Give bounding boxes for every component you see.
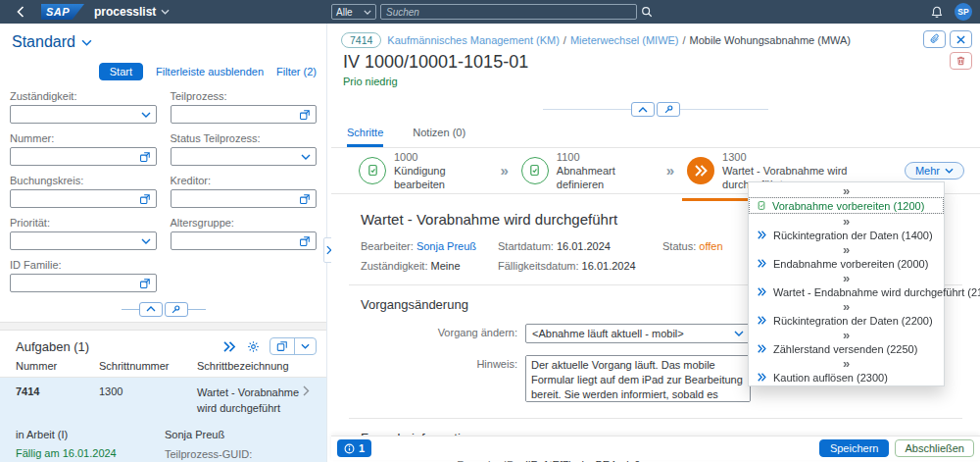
kreditor-input[interactable]	[171, 189, 318, 208]
id-familie-input[interactable]	[10, 274, 157, 292]
priority-text: Prio niedrig	[343, 76, 398, 87]
notifications-bell-icon[interactable]	[931, 6, 943, 19]
prioritaet-select[interactable]	[10, 231, 157, 250]
search-input[interactable]	[380, 4, 637, 20]
tab-notizen[interactable]: Notizen (0)	[413, 127, 466, 147]
menu-item-rueckintegration-1400[interactable]: Rückintegration der Daten (1400)	[749, 228, 944, 242]
nummer-input[interactable]	[10, 147, 157, 166]
breadcrumb-current: Mobile Wohungsabnahme (MWA)	[690, 34, 851, 46]
hinweis-textarea[interactable]: Der aktuelle Vorgang läuft. Das mobile F…	[525, 355, 751, 402]
teilprozess-input[interactable]	[171, 105, 318, 124]
pin-header-button[interactable]	[657, 102, 680, 117]
back-icon[interactable]	[12, 3, 29, 21]
zustaendigkeit-select[interactable]	[10, 105, 157, 124]
menu-item-label: Zählerstand versenden (2250)	[773, 343, 917, 355]
pin-button[interactable]	[165, 302, 188, 317]
menu-item-endabnahme-vorbereiten[interactable]: Endabnahme vorbereiten (2000)	[749, 256, 944, 271]
complete-button[interactable]: Abschließen	[895, 439, 974, 457]
flow-node-label: Kündigung bearbeiten	[394, 165, 446, 190]
value-help-icon[interactable]	[139, 278, 151, 289]
value-help-icon[interactable]	[299, 235, 311, 247]
more-dropdown-menu: » Vorabnahme vorbereiten (1200) » Rückin…	[748, 181, 945, 386]
value-help-icon[interactable]	[139, 193, 151, 205]
section-divider	[349, 418, 962, 419]
chevron-down-icon	[81, 39, 92, 46]
value-help-icon[interactable]	[299, 109, 311, 121]
left-panel: Standard Start Filterleiste ausblenden F…	[0, 24, 326, 462]
search-icon[interactable]	[641, 6, 653, 18]
export-copy-icon[interactable]	[270, 338, 294, 354]
vorgang-aendern-value: <Abnahme läuft aktuell - mobil>	[532, 328, 734, 339]
chevron-down-icon	[141, 238, 151, 244]
flow-connector-icon: »	[501, 163, 509, 180]
task-guid: Teilprozess-GUID:bff3f307-73a9-1eee-acf6…	[165, 447, 317, 462]
filter-field-kreditor: Kreditor:	[171, 175, 318, 208]
breadcrumb-link[interactable]: Mieterwechsel (MIWE)	[570, 34, 679, 46]
status-teilprozess-select[interactable]	[171, 147, 318, 166]
vorgang-aendern-select[interactable]: <Abnahme läuft aktuell - mobil>	[525, 324, 751, 343]
completed-task-icon	[359, 157, 386, 184]
field-label: Status:	[662, 240, 696, 252]
filterbar-collapse-controls	[10, 300, 317, 318]
field-label: ID Familie:	[10, 259, 157, 271]
chevron-down-icon	[364, 10, 371, 15]
table-row[interactable]: 7414 1300 Wartet - Vorabnahme wird durch…	[0, 378, 326, 462]
task-document-icon	[757, 200, 766, 211]
settings-gear-icon[interactable]	[247, 340, 260, 353]
process-flow-icon[interactable]	[222, 341, 237, 352]
pin-icon	[171, 304, 181, 315]
filter-field-altersgruppe: Altersgruppe:	[171, 217, 318, 250]
field-label: Zuständigkeit:	[10, 90, 157, 102]
menu-item-kaution-aufloesen[interactable]: Kaution auflösen (2300)	[749, 370, 944, 385]
header-actions	[923, 30, 972, 70]
panel-divider	[0, 322, 326, 331]
paperclip-icon	[929, 33, 941, 45]
flow-node-1100[interactable]: 1100Abnahmeart definieren	[521, 150, 654, 192]
collapse-up-button[interactable]	[139, 302, 163, 317]
bearbeiter-link[interactable]: Sonja Preuß	[416, 240, 476, 252]
save-button[interactable]: Speichern	[819, 439, 890, 457]
current-step-indicator	[682, 198, 755, 201]
attachment-paperclip-button[interactable]	[923, 30, 946, 48]
tab-schritte[interactable]: Schritte	[347, 127, 383, 147]
breadcrumb-link[interactable]: Kaufmännisches Management (KM)	[387, 34, 559, 46]
field-label: Altersgruppe:	[171, 217, 318, 229]
trash-icon	[956, 55, 966, 67]
search-scope-select[interactable]: Alle	[331, 4, 376, 20]
user-avatar[interactable]: SP	[955, 3, 972, 21]
value-help-icon[interactable]	[299, 193, 311, 205]
task-number: 7414	[16, 385, 99, 397]
field-label: Kreditor:	[171, 175, 318, 186]
menu-flow-separator-icon: »	[749, 356, 944, 370]
process-step-icon	[757, 344, 767, 353]
more-button[interactable]: Mehr	[905, 162, 964, 180]
menu-item-rueckintegration-2200[interactable]: Rückintegration der Daten (2200)	[749, 313, 944, 328]
messages-button[interactable]: 1	[337, 439, 371, 457]
menu-item-label: Endabnahme vorbereiten (2000)	[773, 258, 928, 270]
close-button[interactable]	[950, 30, 972, 48]
altersgruppe-input[interactable]	[171, 231, 318, 250]
filters-button[interactable]: Filter (2)	[276, 66, 317, 77]
filter-field-buchungskreis: Buchungskreis:	[10, 175, 157, 208]
app-title-menu[interactable]: processlist	[94, 5, 170, 19]
menu-item-zaehlerstand-versenden[interactable]: Zählerstand versenden (2250)	[749, 341, 944, 356]
menu-item-wartet-endabnahme[interactable]: Wartet - Endabnahme wird durchgeführt (2…	[749, 284, 944, 299]
hide-filterbar-button[interactable]: Filterleiste ausblenden	[156, 66, 264, 77]
collapse-header-button[interactable]	[631, 102, 655, 117]
row-navigation-chevron-icon[interactable]	[303, 385, 318, 396]
menu-item-vorabnahme-vorbereiten[interactable]: Vorabnahme vorbereiten (1200)	[749, 197, 944, 214]
value-help-icon[interactable]	[139, 151, 151, 163]
page-title: IV 1000/10001-1015-01	[343, 52, 528, 73]
filter-field-teilprozess: Teilprozess:	[171, 90, 318, 124]
field-label: Vorgang ändern:	[349, 324, 517, 338]
buchungskreis-input[interactable]	[10, 189, 157, 208]
delete-button[interactable]	[950, 52, 972, 70]
close-icon	[956, 35, 965, 44]
flow-node-1000[interactable]: 1000Kündigung bearbeiten	[359, 150, 488, 192]
export-menu-chevron[interactable]	[294, 338, 316, 354]
variant-selector[interactable]: Standard	[10, 33, 317, 51]
flow-node-id: 1300	[722, 151, 746, 163]
start-button[interactable]: Start	[99, 63, 143, 80]
filter-field-status-teilprozess: Status Teilprozess:	[171, 132, 318, 166]
more-button-label: Mehr	[915, 165, 940, 177]
